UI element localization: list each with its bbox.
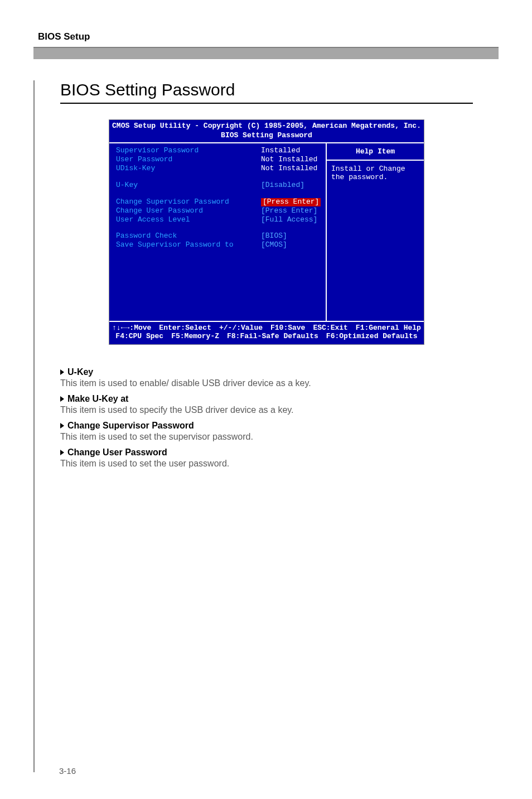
content-area: BIOS Setting Password CMOS Setup Utility… — [33, 80, 499, 772]
bios-menu: Supervisor Password Installed User Passw… — [109, 143, 327, 321]
footer-key: Enter:Select — [159, 324, 211, 333]
bios-row[interactable]: User Password Not Installed — [116, 156, 321, 164]
item-body: This item is used to enable/ disable USB… — [60, 378, 473, 388]
bios-label: Password Check — [116, 232, 261, 240]
bios-screenshot: CMOS Setup Utility - Copyright (C) 1985-… — [109, 119, 424, 345]
bios-label: Save Supervisor Password to — [116, 241, 261, 249]
item-body: This item is used to specify the USB dri… — [60, 405, 473, 415]
footer-key: F5:Memory-Z — [171, 333, 219, 341]
bios-row[interactable]: U-Key [Disabled] — [116, 181, 321, 190]
item-header-make-ukey: Make U-Key at — [60, 394, 473, 404]
bios-label: User Password — [116, 156, 261, 164]
help-title: Help Item — [331, 147, 419, 160]
footer-key: F1:General Help — [356, 324, 421, 333]
triangle-icon — [60, 450, 64, 455]
item-head-text: U-Key — [67, 367, 93, 377]
bios-title-line2: BIOS Setting Password — [109, 132, 424, 142]
section-label: BIOS Setup — [38, 31, 499, 42]
bios-row[interactable]: Password Check [BIOS] — [116, 232, 321, 240]
footer-key: F8:Fail-Safe Defaults — [227, 333, 318, 341]
bios-value-selected: [Press Enter] — [261, 198, 321, 206]
bios-value: [BIOS] — [261, 232, 287, 240]
bios-value: Not Installed — [261, 165, 317, 173]
footer-key: ESC:Exit — [313, 324, 347, 333]
header-divider — [33, 47, 499, 59]
item-header-ukey: U-Key — [60, 367, 473, 377]
bios-label: Supervisor Password — [116, 147, 261, 155]
footer-key: F4:CPU Spec — [115, 333, 163, 341]
bios-value: [Full Access] — [261, 216, 317, 224]
item-head-text: Make U-Key at — [67, 394, 128, 404]
item-head-text: Change User Password — [67, 447, 167, 458]
item-header-change-user: Change User Password — [60, 447, 473, 458]
bios-value: Not Installed — [261, 156, 317, 164]
item-body: This item is used to set the user passwo… — [60, 459, 473, 469]
triangle-icon — [60, 369, 64, 375]
footer-key: ↑↓←→:Move — [112, 324, 151, 333]
bios-label: Change Supervisor Password — [116, 198, 261, 206]
footer-key: F10:Save — [270, 324, 305, 333]
bios-footer: ↑↓←→:Move Enter:Select +/-/:Value F10:Sa… — [109, 322, 424, 344]
item-body: This item is used to set the supervisor … — [60, 432, 473, 442]
page-number: 3-16 — [59, 766, 76, 776]
bios-label: Change User Password — [116, 207, 261, 215]
bios-row[interactable]: UDisk-Key Not Installed — [116, 165, 321, 173]
page-title: BIOS Setting Password — [60, 80, 473, 104]
footer-key: +/-/:Value — [219, 324, 263, 333]
triangle-icon — [60, 396, 64, 402]
bios-value: [Disabled] — [261, 181, 304, 190]
bios-title-line1: CMOS Setup Utility - Copyright (C) 1985-… — [109, 120, 424, 132]
bios-label: User Access Level — [116, 216, 261, 224]
item-header-change-supervisor: Change Supervisor Password — [60, 421, 473, 431]
bios-value: [CMOS] — [261, 241, 287, 249]
bios-row[interactable]: Change Supervisor Password [Press Enter] — [116, 198, 321, 206]
bios-row[interactable]: Change User Password [Press Enter] — [116, 207, 321, 215]
bios-label: U-Key — [116, 181, 261, 190]
help-separator — [327, 160, 424, 161]
bios-label: UDisk-Key — [116, 165, 261, 173]
help-text: Install or Change the password. — [331, 165, 419, 182]
triangle-icon — [60, 423, 64, 429]
bios-row[interactable]: User Access Level [Full Access] — [116, 216, 321, 224]
bios-row[interactable]: Save Supervisor Password to [CMOS] — [116, 241, 321, 249]
item-head-text: Change Supervisor Password — [67, 421, 194, 431]
description-list: U-Key This item is used to enable/ disab… — [60, 367, 473, 469]
bios-help-panel: Help Item Install or Change the password… — [327, 143, 424, 321]
bios-row[interactable]: Supervisor Password Installed — [116, 147, 321, 155]
bios-value: Installed — [261, 147, 300, 155]
footer-key: F6:Optimized Defaults — [326, 333, 418, 341]
bios-value: [Press Enter] — [261, 207, 317, 215]
